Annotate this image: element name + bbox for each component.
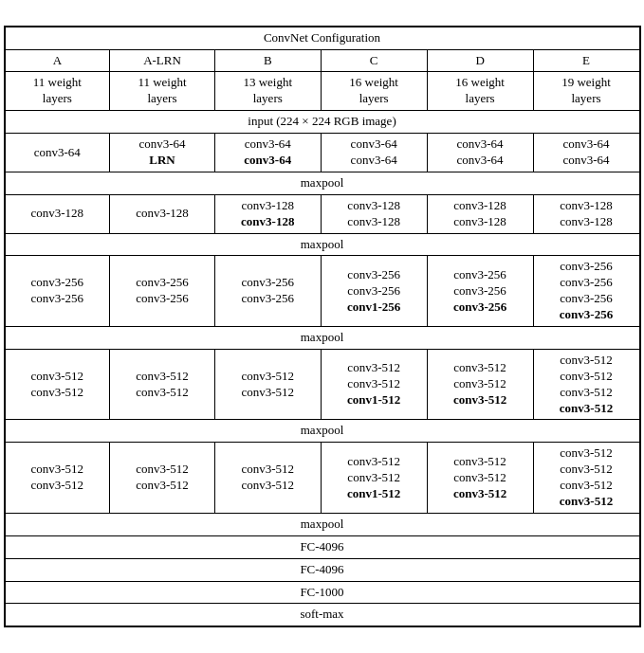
cell-e-256-bold: conv3-256 [560, 307, 613, 321]
cell-b-64: conv3-64conv3-64 [214, 134, 321, 172]
cell-b-128: conv3-128conv3-128 [214, 194, 321, 233]
cell-a-128: conv3-128 [5, 194, 110, 233]
maxpool-5-label: maxpool [5, 513, 639, 535]
title-row: ConvNet Configuration [5, 27, 639, 49]
weight-d: 16 weightlayers [427, 72, 533, 111]
cell-d-512a-bold: conv3-512 [453, 392, 506, 407]
cell-e-512b: conv3-512conv3-512conv3-512conv3-512 [533, 443, 639, 514]
fc-4096-1: FC-4096 [5, 535, 639, 558]
col-header-a: A [5, 49, 110, 72]
cell-c-512b-bold: conv1-512 [347, 486, 400, 500]
cell-a-512b: conv3-512conv3-512 [5, 443, 110, 514]
cell-a-64: conv3-64 [5, 134, 110, 172]
cell-b-64-bold: conv3-64 [244, 153, 291, 167]
cell-d-512a: conv3-512conv3-512conv3-512 [427, 349, 533, 420]
cell-b-128-bold: conv3-128 [241, 214, 294, 228]
cell-alrn-64: conv3-64LRN [110, 134, 215, 172]
cell-a-256: conv3-256conv3-256 [5, 256, 110, 327]
conv64-row: conv3-64 conv3-64LRN conv3-64conv3-64 co… [5, 134, 639, 172]
weight-c: 16 weightlayers [321, 72, 427, 111]
cell-c-512b: conv3-512conv3-512conv1-512 [321, 443, 427, 514]
cell-d-128: conv3-128conv3-128 [427, 194, 533, 233]
cell-e-512b-bold: conv3-512 [560, 494, 613, 508]
maxpool-2-label: maxpool [5, 233, 639, 256]
cell-c-512a-bold: conv1-512 [347, 392, 400, 407]
maxpool-3-label: maxpool [5, 327, 639, 350]
col-header-b: B [214, 49, 321, 72]
maxpool-4: maxpool [5, 420, 639, 443]
maxpool-1: maxpool [5, 172, 639, 194]
weight-alrn: 11 weightlayers [110, 72, 215, 111]
fc-4096-1-row: FC-4096 [5, 535, 639, 558]
cell-c-256: conv3-256conv3-256conv1-256 [321, 256, 427, 327]
conv512b-row: conv3-512conv3-512 conv3-512conv3-512 co… [5, 443, 639, 514]
col-header-c: C [321, 49, 427, 72]
conv512a-row: conv3-512conv3-512 conv3-512conv3-512 co… [5, 349, 639, 420]
cell-d-512b: conv3-512conv3-512conv3-512 [427, 443, 533, 514]
cell-c-64: conv3-64conv3-64 [321, 134, 427, 172]
maxpool-3: maxpool [5, 327, 639, 350]
cell-d-512b-bold: conv3-512 [453, 486, 506, 500]
maxpool-4-label: maxpool [5, 420, 639, 443]
weight-layers-row: 11 weightlayers 11 weightlayers 13 weigh… [5, 72, 639, 111]
softmax-label: soft-max [5, 604, 639, 626]
maxpool-5: maxpool [5, 513, 639, 535]
col-header-alrn: A-LRN [110, 49, 215, 72]
fc-1000: FC-1000 [5, 581, 639, 604]
input-label: input (224 × 224 RGB image) [5, 111, 639, 134]
maxpool-1-label: maxpool [5, 172, 639, 194]
cell-b-512b: conv3-512conv3-512 [214, 443, 321, 514]
fc-4096-2: FC-4096 [5, 558, 639, 581]
softmax-row: soft-max [5, 604, 639, 626]
cell-e-256: conv3-256conv3-256conv3-256conv3-256 [533, 256, 639, 327]
cell-c-128: conv3-128conv3-128 [321, 194, 427, 233]
cell-e-512a-bold: conv3-512 [560, 401, 613, 415]
cell-e-512a: conv3-512conv3-512conv3-512conv3-512 [533, 349, 639, 420]
cell-alrn-256: conv3-256conv3-256 [110, 256, 215, 327]
cell-alrn-128: conv3-128 [110, 194, 215, 233]
convnet-table: ConvNet Configuration A A-LRN B C D E 11… [4, 26, 641, 628]
conv128-row: conv3-128 conv3-128 conv3-128conv3-128 c… [5, 194, 639, 233]
header-row: A A-LRN B C D E [5, 49, 639, 72]
cell-e-128: conv3-128conv3-128 [533, 194, 639, 233]
cell-b-256: conv3-256conv3-256 [214, 256, 321, 327]
fc-4096-2-row: FC-4096 [5, 558, 639, 581]
weight-e: 19 weightlayers [533, 72, 639, 111]
input-row: input (224 × 224 RGB image) [5, 111, 639, 134]
conv256-row: conv3-256conv3-256 conv3-256conv3-256 co… [5, 256, 639, 327]
cell-c-512a: conv3-512conv3-512conv1-512 [321, 349, 427, 420]
cell-a-512a: conv3-512conv3-512 [5, 349, 110, 420]
col-header-e: E [533, 49, 639, 72]
cell-d-256-bold: conv3-256 [453, 299, 506, 314]
cell-alrn-512a: conv3-512conv3-512 [110, 349, 215, 420]
col-header-d: D [427, 49, 533, 72]
fc-1000-row: FC-1000 [5, 581, 639, 604]
cell-b-512a: conv3-512conv3-512 [214, 349, 321, 420]
maxpool-2: maxpool [5, 233, 639, 256]
lrn-label: LRN [149, 153, 175, 167]
table-title: ConvNet Configuration [5, 27, 639, 49]
weight-b: 13 weightlayers [214, 72, 321, 111]
cell-e-64: conv3-64conv3-64 [533, 134, 639, 172]
cell-c-256-bold: conv1-256 [347, 299, 400, 314]
weight-a: 11 weightlayers [5, 72, 110, 111]
cell-alrn-512b: conv3-512conv3-512 [110, 443, 215, 514]
cell-d-256: conv3-256conv3-256conv3-256 [427, 256, 533, 327]
cell-d-64: conv3-64conv3-64 [427, 134, 533, 172]
